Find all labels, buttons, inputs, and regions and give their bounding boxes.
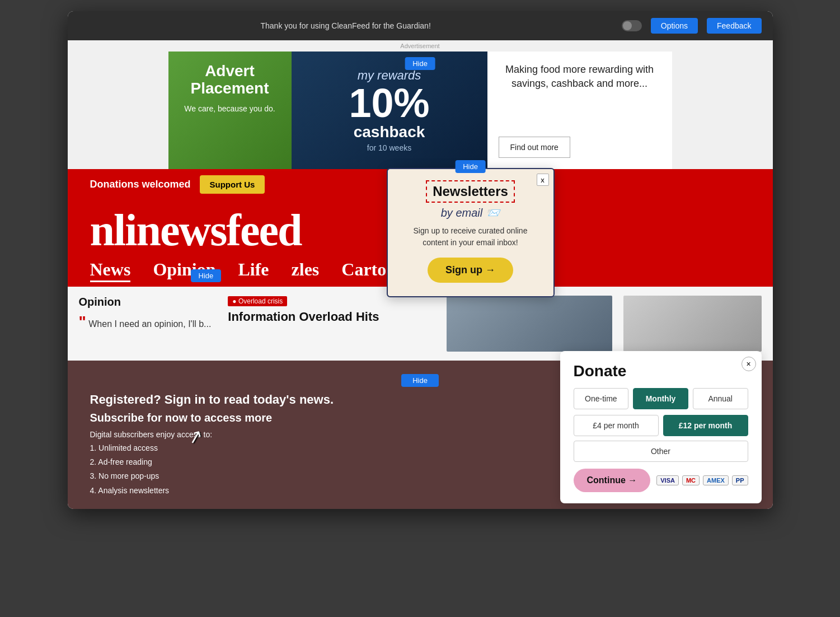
options-button[interactable]: Options: [651, 18, 698, 34]
amount-12-button[interactable]: £12 per month: [663, 415, 748, 436]
overload-tag: Overload crisis: [228, 296, 287, 306]
ad-banner: Hide Advert Placement We care, because y…: [168, 52, 672, 169]
donate-close-button[interactable]: ×: [742, 357, 756, 371]
advertisement-section: Advertisement Hide Advert Placement We c…: [68, 40, 773, 169]
quote-mark-icon: ": [79, 313, 86, 330]
support-button[interactable]: Support Us: [200, 175, 265, 194]
cashback-content: my rewards 10% cashback for 10 weeks: [349, 68, 429, 152]
amount-4-button[interactable]: £4 per month: [574, 415, 659, 436]
nav-hide-button[interactable]: Hide: [191, 269, 222, 282]
opinion-col: Opinion " When I need an opinion, I'll b…: [79, 296, 217, 352]
articles-section: Opinion " When I need an opinion, I'll b…: [68, 287, 773, 361]
popup-hide-button[interactable]: Hide: [455, 160, 486, 173]
nav-item-news[interactable]: News: [90, 259, 131, 280]
payment-icons: VISA MC AMEX PP: [656, 475, 748, 485]
ad-left-panel: Advert Placement We care, because you do…: [168, 52, 292, 169]
donate-footer: Continue → VISA MC AMEX PP: [574, 469, 748, 492]
overload-headline: Information Overload Hits: [228, 310, 435, 324]
ad-hide-button[interactable]: Hide: [405, 57, 435, 70]
donate-amounts: £4 per month £12 per month: [574, 415, 748, 436]
ad-right-panel: Making food more rewarding with savings,…: [487, 52, 672, 169]
nav-item-life[interactable]: Life: [238, 259, 269, 280]
feedback-button[interactable]: Feedback: [707, 18, 761, 34]
donate-title: Donate: [574, 362, 748, 380]
other-amount-button[interactable]: Other: [574, 441, 748, 462]
amex-icon: AMEX: [703, 475, 729, 485]
nav-item-zles[interactable]: zles: [292, 259, 320, 280]
continue-label: Continue →: [587, 475, 637, 485]
newsfeed-prefix: nline: [90, 205, 179, 255]
middle-article-image: [447, 296, 612, 352]
newsletter-description: Sign up to receive curated online conten…: [401, 225, 540, 249]
newsletter-by-email: by email 📨: [401, 206, 540, 219]
donate-popup: × Donate One-time Monthly Annual £4 per …: [560, 351, 762, 503]
popup-close-button[interactable]: x: [537, 174, 549, 186]
ad-middle-panel: my rewards 10% cashback for 10 weeks: [292, 52, 487, 169]
cleanfeed-toggle[interactable]: [622, 20, 642, 31]
cashback-percent: 10%: [349, 83, 429, 123]
newsletter-popup: Hide x Newsletters by email 📨 Sign up to…: [387, 168, 555, 297]
opinion-text: When I need an opinion, I'll b...: [88, 319, 211, 329]
cashback-weeks: for 10 weeks: [349, 143, 429, 152]
send-icon: 📨: [486, 206, 500, 219]
opinion-quote: " When I need an opinion, I'll b...: [79, 313, 217, 331]
signup-label: Sign up →: [445, 264, 495, 276]
continue-button[interactable]: Continue →: [574, 469, 651, 492]
signup-button[interactable]: Sign up →: [428, 258, 513, 283]
advert-title: Advert Placement: [180, 63, 280, 97]
opinion-section-label: Opinion: [79, 296, 217, 308]
cleanfeed-message: Thank you for using CleanFeed for the Gu…: [79, 21, 613, 30]
cashback-word: cashback: [349, 123, 429, 141]
donations-text: Donations welcomed: [90, 179, 191, 190]
monthly-button[interactable]: Monthly: [633, 388, 688, 409]
find-out-button[interactable]: Find out more: [499, 137, 570, 158]
newsfeed-word: wsfeed: [179, 205, 301, 255]
overload-col: Overload crisis Information Overload Hit…: [228, 296, 435, 352]
cleanfeed-bar: Thank you for using CleanFeed for the Gu…: [68, 11, 773, 40]
ad-label: Advertisement: [68, 43, 773, 49]
donate-options: One-time Monthly Annual: [574, 388, 748, 409]
newsletter-title: Newsletters: [426, 180, 515, 203]
visa-icon: VISA: [656, 475, 679, 485]
one-time-button[interactable]: One-time: [574, 388, 629, 409]
paypal-icon: PP: [732, 475, 748, 485]
advert-subtitle: We care, because you do.: [180, 104, 280, 113]
by-email-text: by email: [441, 207, 482, 219]
mastercard-icon: MC: [682, 475, 700, 485]
ad-right-text: Making food more rewarding with savings,…: [499, 63, 661, 91]
right-article-image: [623, 296, 762, 352]
subscribe-hide-button[interactable]: Hide: [401, 374, 439, 387]
annual-button[interactable]: Annual: [693, 388, 748, 409]
